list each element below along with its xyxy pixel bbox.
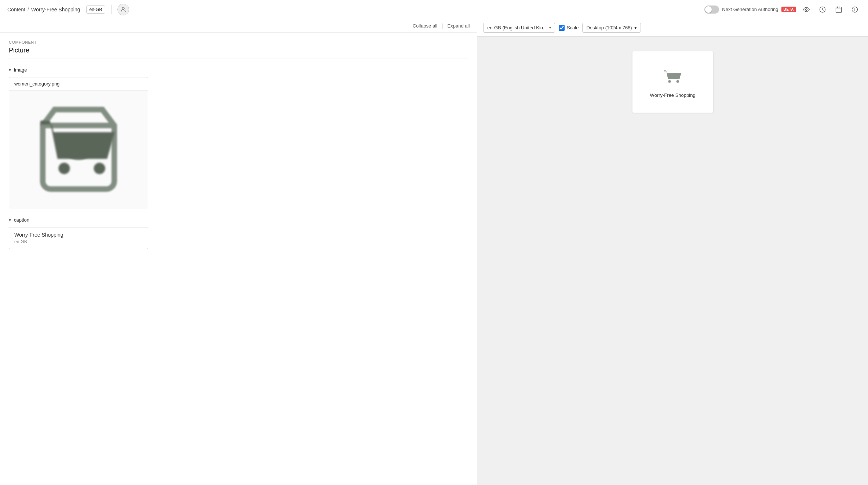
collapse-all-button[interactable]: Collapse all <box>413 23 437 29</box>
locale-select[interactable]: en-GB (English United Kin... ▾ <box>483 23 555 33</box>
preview-panel: en-GB (English United Kin... ▾ Scale Des… <box>477 19 868 485</box>
breadcrumb-separator: / <box>28 7 29 12</box>
editor-panel: Collapse all | Expand all Component Pict… <box>0 19 477 485</box>
svg-point-14 <box>676 80 679 83</box>
header-right-controls: Next Generation Authoring BETA <box>704 4 861 15</box>
locale-select-label: en-GB (English United Kin... <box>487 25 547 30</box>
component-name: Picture <box>9 47 468 58</box>
caption-locale-value: en-GB <box>14 239 143 244</box>
nga-label: Next Generation Authoring <box>722 7 778 12</box>
caption-section-header[interactable]: ▾ caption <box>9 217 468 223</box>
caption-section: ▾ caption Worry-Free Shopping en-GB <box>9 217 468 249</box>
image-section: ▾ image women_category.png <box>9 67 468 208</box>
app-header: Content / Worry-Free Shopping en-GB Next… <box>0 0 868 19</box>
caption-field[interactable]: Worry-Free Shopping en-GB <box>9 227 148 249</box>
toolbar-separator: | <box>442 23 443 29</box>
nga-toggle-switch[interactable] <box>704 6 719 14</box>
image-chevron-icon: ▾ <box>9 68 11 73</box>
caption-chevron-icon: ▾ <box>9 218 11 223</box>
nga-toggle-group: Next Generation Authoring BETA <box>704 6 796 14</box>
scale-checkbox[interactable] <box>559 25 565 31</box>
shopping-cart-preview <box>27 102 130 197</box>
svg-rect-3 <box>836 7 842 12</box>
svg-point-0 <box>122 7 124 10</box>
main-layout: Collapse all | Expand all Component Pict… <box>0 19 868 485</box>
preview-icon-button[interactable] <box>800 4 812 15</box>
viewport-select-label: Desktop (1024 x 768) <box>586 25 632 30</box>
preview-content: Worry-Free Shopping <box>477 37 868 485</box>
caption-text-value: Worry-Free Shopping <box>14 232 143 238</box>
svg-point-1 <box>806 8 807 10</box>
scale-checkbox-group: Scale <box>559 25 579 31</box>
image-section-title: image <box>14 67 27 73</box>
beta-badge: BETA <box>781 7 796 12</box>
svg-point-12 <box>94 163 105 174</box>
image-field[interactable]: women_category.png <box>9 77 148 208</box>
breadcrumb-page[interactable]: Worry-Free Shopping <box>31 7 80 12</box>
preview-caption-text: Worry-Free Shopping <box>650 92 696 98</box>
expand-all-button[interactable]: Expand all <box>448 23 470 29</box>
editor-toolbar: Collapse all | Expand all <box>0 19 477 33</box>
image-preview <box>9 91 148 208</box>
image-section-header[interactable]: ▾ image <box>9 67 468 73</box>
viewport-chevron-icon: ▾ <box>634 25 637 30</box>
locale-badge[interactable]: en-GB <box>86 6 106 14</box>
info-icon-button[interactable] <box>849 4 861 15</box>
component-label: Component <box>9 40 468 44</box>
breadcrumb: Content / Worry-Free Shopping <box>7 7 80 12</box>
image-filename: women_category.png <box>9 77 148 91</box>
user-avatar-button[interactable] <box>117 4 129 15</box>
svg-point-13 <box>668 80 671 83</box>
scale-label: Scale <box>567 25 579 30</box>
svg-point-11 <box>58 163 70 174</box>
preview-toolbar: en-GB (English United Kin... ▾ Scale Des… <box>477 19 868 37</box>
history-icon-button[interactable] <box>817 4 828 15</box>
caption-section-title: caption <box>14 217 29 223</box>
editor-content: Component Picture ▾ image women_category… <box>0 33 477 485</box>
locale-select-chevron-icon: ▾ <box>549 26 551 30</box>
calendar-icon-button[interactable] <box>833 4 845 15</box>
breadcrumb-content[interactable]: Content <box>7 7 25 12</box>
preview-cart-icon <box>662 66 684 88</box>
viewport-select[interactable]: Desktop (1024 x 768) ▾ <box>582 23 641 33</box>
preview-card: Worry-Free Shopping <box>632 51 713 113</box>
header-separator <box>111 5 112 14</box>
